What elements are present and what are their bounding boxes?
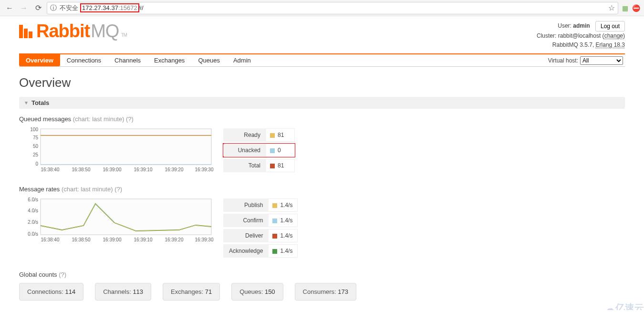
url-text: 172.27.34.37:15672 #/ — [81, 3, 144, 12]
svg-text:0.0/s: 0.0/s — [28, 231, 38, 237]
legend-publish[interactable]: Publish 1.4/s — [223, 198, 298, 212]
svg-text:16:38:50: 16:38:50 — [72, 167, 91, 172]
rabbitmq-version: 3.5.7 — [580, 42, 592, 48]
cloud-icon: ☁ — [604, 302, 615, 310]
help-icon[interactable]: (?) — [114, 186, 122, 193]
browser-toolbar: ← → ⟳ ⓘ 不安全 172.27.34.37:15672 #/ ☆ ▦ ⛔ — [0, 0, 644, 16]
count-channels[interactable]: Channels: 113 — [95, 283, 151, 301]
svg-text:0: 0 — [35, 161, 38, 166]
logout-button[interactable]: Log out — [595, 21, 625, 31]
message-rates-heading: Message rates (chart: last minute) (?) — [19, 186, 625, 193]
chevron-down-icon: ▼ — [24, 100, 29, 105]
swatch-icon — [272, 203, 277, 208]
svg-text:50: 50 — [33, 144, 39, 149]
svg-rect-0 — [41, 129, 211, 165]
queued-messages-heading: Queued messages (chart: last minute) (?) — [19, 115, 625, 123]
svg-text:16:39:30: 16:39:30 — [195, 167, 214, 172]
page-title: Overview — [19, 75, 625, 90]
tab-connections[interactable]: Connections — [60, 54, 108, 66]
logo-mark-icon — [19, 25, 32, 38]
svg-text:2.0/s: 2.0/s — [28, 219, 38, 225]
legend-unacked[interactable]: Unacked 0 — [223, 144, 295, 157]
legend-confirm[interactable]: Confirm 1.4/s — [223, 214, 298, 227]
svg-text:16:38:40: 16:38:40 — [41, 167, 60, 172]
svg-text:25: 25 — [33, 152, 39, 157]
swatch-icon — [270, 148, 275, 153]
change-cluster-link[interactable]: change — [604, 32, 623, 39]
bookmark-star-icon[interactable]: ☆ — [608, 3, 615, 12]
cluster-name: rabbit@localhost — [558, 32, 601, 39]
count-exchanges[interactable]: Exchanges: 71 — [163, 283, 220, 301]
main-tabs: Overview Connections Channels Exchanges … — [19, 53, 625, 67]
tab-overview[interactable]: Overview — [19, 54, 60, 66]
legend-total[interactable]: Total 81 — [223, 159, 295, 172]
current-user: admin — [573, 22, 590, 29]
rates-legend: Publish 1.4/s Confirm 1.4/s Deliver 1.4/… — [223, 197, 298, 260]
queued-legend: Ready 81 Unacked 0 Total 81 — [223, 126, 295, 174]
site-info-icon[interactable]: ⓘ — [50, 4, 57, 12]
watermark: ☁亿速云 — [604, 302, 644, 311]
swatch-icon — [272, 218, 277, 223]
svg-text:6.0/s: 6.0/s — [28, 197, 38, 202]
count-consumers[interactable]: Consumers: 173 — [295, 283, 356, 301]
swatch-icon — [270, 133, 275, 138]
count-connections[interactable]: Connections: 114 — [19, 283, 83, 301]
svg-text:75: 75 — [33, 135, 39, 140]
message-rates-chart: 6.0/s 4.0/s 2.0/s 0.0/s 16:38:40 16:38:5… — [19, 197, 215, 244]
forward-button[interactable]: → — [18, 2, 30, 14]
svg-text:4.0/s: 4.0/s — [28, 208, 38, 213]
queued-messages-chart: 100 75 50 25 0 16:38:40 16:38:50 16:39:0… — [19, 126, 215, 174]
insecure-label: 不安全 — [60, 4, 78, 12]
tab-admin[interactable]: Admin — [227, 54, 258, 66]
adblock-icon[interactable]: ⛔ — [632, 4, 640, 12]
reload-button[interactable]: ⟳ — [32, 2, 44, 14]
help-icon[interactable]: (?) — [126, 115, 134, 123]
svg-text:16:39:10: 16:39:10 — [134, 167, 153, 172]
help-icon[interactable]: (?) — [59, 271, 66, 278]
legend-acknowledge[interactable]: Acknowledge 1.4/s — [223, 244, 298, 258]
rabbitmq-logo: RabbitMQ TM — [19, 21, 127, 42]
svg-text:100: 100 — [30, 127, 38, 132]
svg-text:16:39:20: 16:39:20 — [165, 167, 184, 172]
tab-exchanges[interactable]: Exchanges — [147, 54, 191, 66]
svg-text:16:39:00: 16:39:00 — [103, 237, 122, 242]
svg-text:16:38:50: 16:38:50 — [72, 237, 91, 242]
extension-icon[interactable]: ▦ — [622, 4, 628, 12]
header-info: User: admin Log out Cluster: rabbit@loca… — [537, 21, 625, 50]
svg-text:16:39:30: 16:39:30 — [195, 237, 214, 242]
legend-ready[interactable]: Ready 81 — [223, 128, 295, 142]
tab-queues[interactable]: Queues — [191, 54, 227, 66]
svg-text:16:39:00: 16:39:00 — [103, 167, 122, 172]
count-queues[interactable]: Queues: 150 — [231, 283, 283, 301]
swatch-icon — [272, 249, 277, 254]
svg-text:16:38:40: 16:38:40 — [41, 237, 60, 242]
svg-text:16:39:20: 16:39:20 — [165, 237, 184, 242]
back-button[interactable]: ← — [4, 2, 15, 14]
tab-channels[interactable]: Channels — [108, 54, 147, 66]
legend-deliver[interactable]: Deliver 1.4/s — [223, 229, 298, 242]
vhost-select[interactable]: All — [580, 56, 623, 65]
erlang-version-link[interactable]: Erlang 18.3 — [596, 42, 625, 48]
address-bar[interactable]: ⓘ 不安全 172.27.34.37:15672 #/ ☆ — [47, 2, 618, 14]
swatch-icon — [270, 164, 275, 168]
svg-text:16:39:10: 16:39:10 — [134, 237, 153, 242]
swatch-icon — [272, 234, 277, 239]
vhost-label: Virtual host: — [548, 57, 578, 64]
section-totals-toggle[interactable]: ▼ Totals — [19, 97, 625, 109]
global-counts-heading: Global counts (?) — [19, 271, 625, 278]
